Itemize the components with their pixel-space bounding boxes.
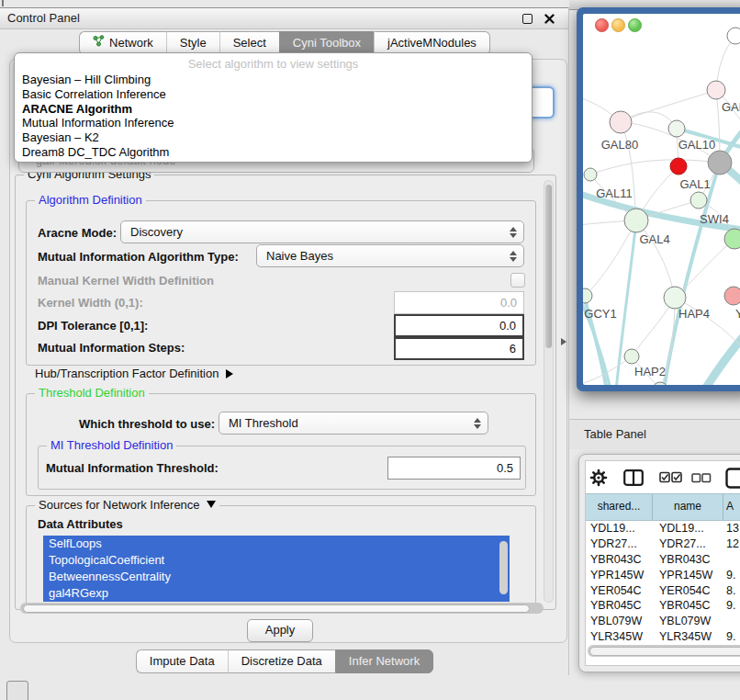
aracne-mode-combobox[interactable]: Discovery xyxy=(120,220,524,243)
hub-factor-section-toggle[interactable]: Hub/Transcription Factor Definition xyxy=(35,367,233,380)
dpi-tolerance-field[interactable]: 0.0 xyxy=(394,314,524,337)
threshold-definition-title: Threshold Definition xyxy=(35,386,149,400)
table-header-row: shared... name A xyxy=(586,493,740,521)
manual-kernel-width-checkbox[interactable] xyxy=(510,273,525,288)
node-table: shared... name A YDL19...YDL19...13YDR27… xyxy=(585,460,740,666)
attribute-item[interactable]: TopologicalCoefficient xyxy=(43,552,510,569)
float-panel-icon[interactable] xyxy=(522,14,533,24)
tab-infer-network[interactable]: Infer Network xyxy=(335,649,433,673)
table-row[interactable]: YDR27...YDR27...12 xyxy=(586,536,740,552)
network-node[interactable] xyxy=(708,151,732,175)
mi-threshold-field[interactable]: 0.5 xyxy=(387,457,521,480)
cell-shared-name: YDL19... xyxy=(586,521,653,536)
scrollbar-thumb[interactable] xyxy=(23,604,530,613)
tab-label: Network xyxy=(109,32,153,54)
close-window-button[interactable] xyxy=(595,18,609,32)
network-node[interactable] xyxy=(670,158,687,175)
scrollbar-thumb[interactable] xyxy=(589,647,740,656)
network-view-window[interactable]: GALGAL80GAL10GAL1GAL11GAL4SWI4GCY1HAP4YH… xyxy=(577,7,740,391)
attribute-item[interactable]: BetweennessCentrality xyxy=(43,569,510,585)
cell-shared-name: YDR27... xyxy=(586,536,653,552)
algorithm-option[interactable]: Bayesian – K2 xyxy=(15,130,532,145)
combobox-value: MI Threshold xyxy=(229,416,298,430)
table-function-icon[interactable] xyxy=(725,468,740,492)
panel-divider[interactable] xyxy=(568,7,569,675)
select-checkboxes-icon[interactable] xyxy=(659,471,683,486)
table-row[interactable]: YBR045CYBR045C9. xyxy=(586,598,740,614)
scrollbar-thumb[interactable] xyxy=(545,185,552,348)
tab-discretize-data[interactable]: Discretize Data xyxy=(228,649,335,673)
gear-icon[interactable] xyxy=(589,469,608,490)
minimize-window-button[interactable] xyxy=(611,18,625,32)
tab-label: jActiveMNodules xyxy=(387,32,477,54)
node-label: GAL xyxy=(722,100,740,114)
expand-right-icon xyxy=(226,369,233,378)
tab-impute-data[interactable]: Impute Data xyxy=(136,649,228,673)
algorithm-option[interactable]: Mutual Information Inference xyxy=(15,116,532,130)
table-row[interactable]: YLR345WYLR345W9. xyxy=(586,629,740,645)
cyni-bottom-tabs: Impute DataDiscretize DataInfer Network xyxy=(9,649,560,673)
mi-steps-field[interactable]: 6 xyxy=(394,337,524,360)
kernel-width-field[interactable]: 0.0 xyxy=(394,291,524,314)
network-node[interactable] xyxy=(690,192,707,209)
table-row[interactable]: YBR043CYBR043C xyxy=(586,552,740,568)
cell-shared-name: YER054C xyxy=(586,583,653,599)
network-node[interactable] xyxy=(664,287,686,309)
column-header-partial[interactable]: A xyxy=(723,494,740,520)
hub-factor-label: Hub/Transcription Factor Definition xyxy=(35,367,219,380)
node-label: GAL80 xyxy=(601,138,638,152)
network-node[interactable] xyxy=(724,229,740,249)
data-attributes-list[interactable]: SelfLoopsTopologicalCoefficientBetweenne… xyxy=(43,536,510,602)
minimized-panel-icon[interactable] xyxy=(6,681,28,700)
panel-expand-arrow-icon[interactable] xyxy=(561,338,566,345)
cell-name: YBR043C xyxy=(653,552,723,568)
attribute-item[interactable]: gal4RGexp xyxy=(43,585,510,602)
node-label: GAL1 xyxy=(679,177,710,191)
application-root: { "colors": { "accent_selection": "#3a6b… xyxy=(0,0,740,700)
split-columns-icon[interactable] xyxy=(623,469,644,489)
cell-shared-name: YBL079W xyxy=(586,614,653,629)
apply-button[interactable]: Apply xyxy=(247,619,313,642)
deselect-checkboxes-icon[interactable] xyxy=(691,472,712,486)
network-node[interactable] xyxy=(668,120,685,137)
network-node[interactable] xyxy=(583,288,592,303)
list-scrollbar-thumb[interactable] xyxy=(499,541,508,594)
cell-value: 13 xyxy=(723,521,740,536)
which-threshold-combobox[interactable]: MI Threshold xyxy=(219,412,488,435)
network-node[interactable] xyxy=(624,209,648,232)
network-node[interactable] xyxy=(727,28,740,44)
node-label: GAL11 xyxy=(596,186,633,200)
network-node[interactable] xyxy=(624,349,639,364)
network-icon xyxy=(93,32,105,54)
table-panel-window: shared... name A YDL19...YDL19...13YDR27… xyxy=(578,454,740,672)
settings-horizontal-scrollbar[interactable] xyxy=(20,603,544,614)
network-node[interactable] xyxy=(707,81,725,99)
network-canvas[interactable]: GALGAL80GAL10GAL1GAL11GAL4SWI4GCY1HAP4YH… xyxy=(583,14,740,385)
mi-threshold-group: MI Threshold Definition Mutual Informati… xyxy=(38,446,526,490)
algorithm-option[interactable]: ARACNE Algorithm xyxy=(15,102,532,117)
settings-vertical-scrollbar[interactable] xyxy=(544,180,554,603)
algorithm-option[interactable]: Bayesian – Hill Climbing xyxy=(15,73,532,87)
network-node[interactable] xyxy=(610,111,632,133)
cell-name: YPR145W xyxy=(653,568,723,583)
table-row[interactable]: YDL19...YDL19...13 xyxy=(586,521,740,536)
table-row[interactable]: YPR145WYPR145W9. xyxy=(586,568,740,583)
algorithm-option[interactable]: Basic Correlation Inference xyxy=(15,87,532,102)
table-row[interactable]: YER054CYER054C8. xyxy=(586,583,740,599)
table-panel-titlebar: Table Panel xyxy=(569,419,740,449)
algorithm-option[interactable]: Dream8 DC_TDC Algorithm xyxy=(15,145,532,160)
attribute-item[interactable]: SelfLoops xyxy=(43,536,510,552)
cell-value xyxy=(723,614,740,629)
network-node[interactable] xyxy=(724,287,740,305)
mi-algorithm-type-combobox[interactable]: Naive Bayes xyxy=(256,244,524,267)
table-row[interactable]: YBL079WYBL079W xyxy=(586,614,740,629)
column-header-name[interactable]: name xyxy=(653,494,723,520)
data-attributes-label: Data Attributes xyxy=(38,517,123,531)
zoom-window-button[interactable] xyxy=(628,18,642,32)
sources-group-title[interactable]: Sources for Network Inference xyxy=(35,498,219,512)
network-node[interactable] xyxy=(584,168,597,181)
node-label: GCY1 xyxy=(584,307,616,321)
column-header-shared-name[interactable]: shared... xyxy=(586,494,653,520)
close-panel-icon[interactable] xyxy=(544,13,555,27)
table-horizontal-scrollbar[interactable] xyxy=(588,645,740,657)
